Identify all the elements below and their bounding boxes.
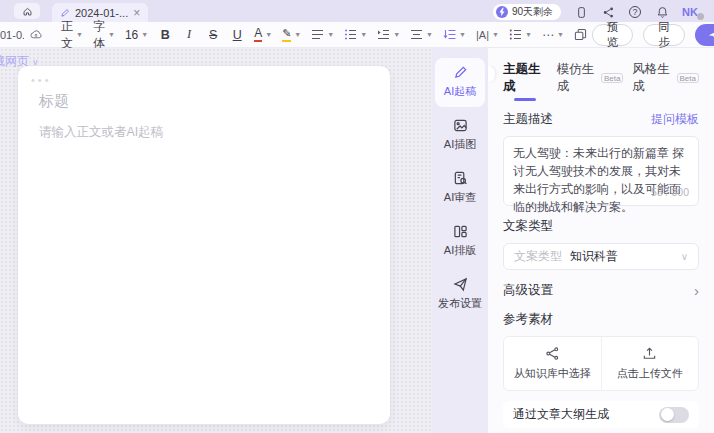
beta-badge: Beta	[677, 73, 699, 83]
align-lines-icon	[311, 29, 324, 40]
outline-toggle[interactable]	[659, 407, 689, 423]
layout-icon	[453, 224, 468, 239]
home-icon	[22, 6, 33, 17]
panel-collapse-handle[interactable]	[488, 66, 495, 82]
sync-button[interactable]: 同步	[643, 24, 685, 46]
caret-down-icon: ▼	[459, 31, 466, 38]
bell-icon[interactable]	[655, 5, 669, 19]
device-icon[interactable]	[574, 5, 588, 19]
doc-search-icon	[453, 171, 468, 186]
body-placeholder[interactable]: 请输入正文或者AI起稿	[39, 124, 163, 141]
more-tools-dropdown[interactable]: ⋯▼	[537, 24, 569, 46]
font-size-dropdown[interactable]: 16▼	[120, 24, 153, 46]
format-toolbar: 01-0... 正文▼ 字体▼ 16▼ B I S U A▼ ✎▼ ▼ ▼ ▼	[0, 22, 714, 48]
outline-toggle-label: 通过文章大纲生成	[513, 406, 609, 423]
topic-description-input[interactable]: 无人驾驶：未来出行的新篇章 探讨无人驾驶技术的发展，其对未来出行方式的影响，以及…	[503, 136, 699, 206]
line-spacing-dropdown[interactable]: ▼	[438, 24, 471, 46]
underline-button[interactable]: U	[225, 24, 249, 46]
caret-down-icon: ▼	[327, 31, 334, 38]
copy-type-label: 文案类型	[503, 218, 699, 235]
outline-generation-row: 通过文章大纲生成	[503, 401, 699, 428]
reference-material-label: 参考素材	[503, 311, 699, 328]
highlight-color-dropdown[interactable]: ✎▼	[277, 24, 306, 46]
toolbar-action-buttons: 预览 同步 发布	[592, 24, 714, 46]
caret-down-icon: ▼	[360, 31, 367, 38]
italic-button[interactable]: I	[177, 24, 201, 46]
caret-down-icon: ▼	[265, 31, 272, 38]
active-tab-underline	[514, 98, 536, 101]
topbar-actions: 90天剩余 ? NK	[493, 4, 714, 20]
sidebar-tab-ai-layout[interactable]: AI排版	[435, 217, 485, 266]
caret-down-icon: ▼	[294, 31, 301, 38]
topic-description-label: 主题描述	[503, 111, 553, 128]
ordered-list-icon	[344, 29, 357, 40]
char-counter: 53 / 300	[651, 185, 689, 201]
indent-icon	[377, 29, 390, 40]
upload-icon	[642, 346, 657, 361]
share-icon[interactable]	[601, 5, 615, 19]
bold-button[interactable]: B	[153, 24, 177, 46]
image-icon	[453, 118, 468, 133]
avatar-status-badge	[697, 13, 704, 20]
sidebar-tab-publish-settings[interactable]: 发布设置	[435, 270, 485, 319]
chevron-down-icon: ∨	[681, 251, 688, 262]
font-family-dropdown[interactable]: 字体▼	[88, 24, 120, 46]
avatar[interactable]: NK	[682, 6, 702, 18]
tab-imitation-generation[interactable]: 模仿生成 Beta	[557, 61, 624, 101]
knowledge-base-button[interactable]: 从知识库中选择	[504, 337, 601, 390]
copy-format-icon[interactable]	[569, 24, 592, 46]
tab-topic-generation[interactable]: 主题生成	[503, 61, 548, 101]
title-placeholder[interactable]: 标题	[39, 92, 69, 111]
sidebar-tab-ai-draft[interactable]: AI起稿	[435, 58, 485, 107]
chevron-down-icon: ∨	[32, 57, 39, 67]
highlighter-icon: ✎	[282, 27, 291, 42]
sidebar-tab-ai-illustration[interactable]: AI插图	[435, 111, 485, 160]
advanced-settings-row[interactable]: 高级设置 ›	[503, 282, 699, 299]
indent-dropdown[interactable]: ▼	[372, 24, 405, 46]
checklist-dropdown[interactable]: ▼	[504, 24, 537, 46]
bolt-badge-icon	[496, 6, 508, 18]
align-center-icon	[410, 29, 423, 40]
main-content: 藏网页 ∨ ••• 标题 请输入正文或者AI起稿 AI起稿 AI插图 AI审查	[0, 48, 714, 433]
drag-handle-icon[interactable]: •••	[31, 74, 52, 86]
line-spacing-icon	[443, 29, 456, 40]
upload-file-button[interactable]: 点击上传文件	[602, 337, 699, 390]
chevron-right-icon: ›	[694, 285, 699, 297]
paper-plane-icon	[708, 30, 714, 40]
beta-badge: Beta	[601, 73, 623, 83]
align-dropdown[interactable]: ▼	[306, 24, 339, 46]
paper-plane-icon	[453, 277, 468, 292]
strikethrough-button[interactable]: S	[201, 24, 225, 46]
caret-down-icon: ▼	[557, 31, 564, 38]
share-nodes-icon	[545, 346, 560, 361]
toggle-knob	[661, 408, 674, 421]
font-color-dropdown[interactable]: A▼	[249, 24, 277, 46]
checklist-icon	[509, 29, 522, 40]
question-template-link[interactable]: 提问模板	[651, 111, 699, 128]
preview-button[interactable]: 预览	[592, 24, 634, 46]
font-family-value: 字体	[93, 18, 105, 52]
paragraph-style-dropdown[interactable]: 正文▼	[56, 24, 88, 46]
alignment-dropdown[interactable]: ▼	[405, 24, 438, 46]
close-icon[interactable]: ×	[133, 7, 140, 19]
sidebar-tab-ai-review[interactable]: AI审查	[435, 164, 485, 213]
ai-sidebar: AI起稿 AI插图 AI审查 AI排版 发布设置	[432, 48, 488, 433]
ordered-list-dropdown[interactable]: ▼	[339, 24, 372, 46]
caret-down-icon: ▼	[525, 31, 532, 38]
app-window: 2024-01-... × 90天剩余 ? NK	[0, 0, 714, 433]
reference-material-card: 从知识库中选择 点击上传文件	[503, 336, 699, 391]
generation-tabs: 主题生成 模仿生成 Beta 风格生成 Beta	[503, 61, 699, 101]
copy-type-select[interactable]: 文案类型 知识科普 ∨	[503, 243, 699, 270]
help-icon[interactable]: ?	[628, 5, 642, 19]
caret-down-icon: ▼	[108, 31, 115, 38]
trial-badge[interactable]: 90天剩余	[493, 4, 561, 20]
edit-pencil-icon	[60, 8, 70, 18]
home-button[interactable]	[14, 3, 40, 19]
document-editor[interactable]: ••• 标题 请输入正文或者AI起稿	[18, 66, 390, 424]
tab-style-generation[interactable]: 风格生成 Beta	[632, 61, 699, 101]
cloud-sync-icon[interactable]	[24, 24, 48, 46]
editor-area: 藏网页 ∨ ••• 标题 请输入正文或者AI起稿	[0, 48, 432, 433]
doc-name-label: 01-0...	[0, 29, 24, 41]
publish-button[interactable]: 发布	[695, 24, 714, 46]
char-spacing-dropdown[interactable]: |A|▼	[471, 24, 504, 46]
